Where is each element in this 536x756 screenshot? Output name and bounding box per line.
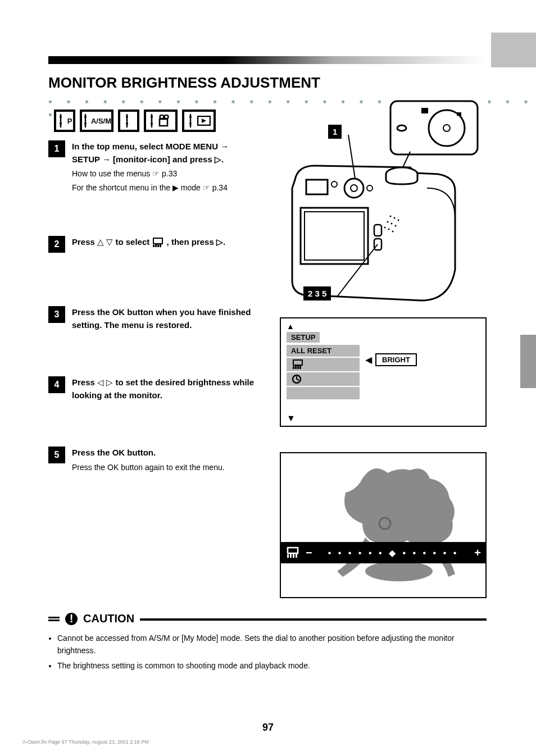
svg-point-14 xyxy=(165,115,169,119)
svg-point-61 xyxy=(365,561,433,581)
menu-item-monitor xyxy=(287,358,360,371)
step-number: 2 xyxy=(48,236,65,253)
svg-point-40 xyxy=(390,216,392,217)
svg-point-45 xyxy=(395,225,397,227)
footer-metadata: A-Open.fm Page 97 Thursday, August 23, 2… xyxy=(22,739,149,745)
svg-rect-67 xyxy=(296,553,297,558)
svg-rect-34 xyxy=(305,212,364,260)
menu-item-empty xyxy=(287,387,360,399)
camera-illustration: 1 2 3 5 xyxy=(281,95,486,303)
svg-point-41 xyxy=(394,217,396,219)
caution-rule xyxy=(140,618,487,621)
svg-rect-55 xyxy=(295,366,297,369)
setup-menu-figure: ▲ SETUP ALL RESET ◀ BRIGHT ▼ xyxy=(280,317,487,427)
svg-point-49 xyxy=(331,181,337,187)
monitor-brightness-icon xyxy=(152,238,164,248)
svg-point-4 xyxy=(84,116,87,118)
svg-point-37 xyxy=(351,185,357,192)
step-3: 3 Press the OK button when you have fini… xyxy=(48,306,256,331)
step-text: Press ◁ ▷ to set the desired brightness … xyxy=(72,377,254,400)
left-arrow-icon: ◀ xyxy=(365,354,372,365)
menu-item-datetime xyxy=(287,372,360,386)
svg-point-7 xyxy=(126,116,128,118)
svg-rect-39 xyxy=(374,239,381,250)
mode-play-icon xyxy=(182,110,216,132)
svg-point-42 xyxy=(398,220,399,221)
step-sub: How to use the menus ☞ p.33 xyxy=(72,168,256,180)
step-5: 5 Press the OK button. Press the OK butt… xyxy=(48,447,256,473)
step-text: In the top menu, select MODE MENU → SETU… xyxy=(72,142,229,164)
minus-icon: − xyxy=(306,546,312,559)
callout-top: 1 xyxy=(328,125,342,139)
svg-rect-65 xyxy=(290,554,292,558)
svg-point-10 xyxy=(151,116,153,118)
svg-point-47 xyxy=(388,229,390,230)
step-4: 4 Press ◁ ▷ to set the desired brightnes… xyxy=(48,376,256,402)
brightness-preview-figure: − • • • • • • ◆ • • • • • • + xyxy=(280,452,487,598)
plus-icon: + xyxy=(474,546,481,559)
svg-point-17 xyxy=(189,122,192,125)
callout-bottom: 2 3 5 xyxy=(303,286,331,300)
movie-icon xyxy=(158,115,173,127)
monitor-brightness-icon xyxy=(291,359,305,370)
svg-point-44 xyxy=(391,223,393,225)
svg-point-50 xyxy=(367,185,373,191)
svg-point-8 xyxy=(126,122,128,125)
caution-exclamation-icon: ! xyxy=(65,613,78,625)
step-text: Press the OK button when you have finish… xyxy=(72,306,256,331)
svg-rect-53 xyxy=(293,360,302,365)
step-1: 1 In the top menu, select MODE MENU → SE… xyxy=(48,140,256,194)
svg-point-1 xyxy=(60,116,62,118)
svg-point-48 xyxy=(392,231,394,233)
mode-p-icon: P xyxy=(54,110,75,132)
menu-value: BRIGHT xyxy=(375,353,417,366)
svg-point-2 xyxy=(60,122,62,125)
monitor-brightness-icon xyxy=(285,546,300,559)
chapter-side-tab xyxy=(520,335,536,388)
svg-marker-19 xyxy=(202,119,206,123)
brightness-bar: − • • • • • • ◆ • • • • • • + xyxy=(281,542,485,563)
svg-rect-20 xyxy=(153,238,162,244)
page-number: 97 xyxy=(0,722,536,734)
caution-item-1: Cannot be accessed from A/S/M or [My Mod… xyxy=(57,632,487,657)
menu-value-selector: ◀ BRIGHT xyxy=(365,353,417,366)
step-number: 4 xyxy=(48,376,65,393)
svg-rect-28 xyxy=(421,108,428,113)
svg-rect-22 xyxy=(155,244,157,247)
svg-point-43 xyxy=(387,221,389,223)
step-text: Press the OK button. xyxy=(72,448,156,457)
caution-heading: CAUTION xyxy=(83,612,134,625)
caution-bars-icon xyxy=(48,616,60,622)
svg-rect-12 xyxy=(160,119,167,126)
mode-asm-icon: A/S/M xyxy=(80,110,113,132)
menu-item-allreset: ALL RESET xyxy=(287,345,360,357)
step-number: 3 xyxy=(48,306,65,323)
svg-rect-57 xyxy=(299,365,301,369)
svg-rect-38 xyxy=(374,225,381,236)
caution-item-2: The brightness setting is common to shoo… xyxy=(57,659,487,672)
step-2: 2 Press △ ▽ to select , then press ▷. xyxy=(48,236,256,253)
svg-rect-56 xyxy=(297,365,299,369)
svg-rect-54 xyxy=(293,366,294,369)
mode-icon-row: P A/S/M xyxy=(54,110,216,132)
brightness-slider: • • • • • • ◆ • • • • • • xyxy=(318,548,469,558)
svg-rect-23 xyxy=(157,244,159,247)
svg-point-5 xyxy=(84,122,87,125)
svg-point-46 xyxy=(384,227,386,229)
svg-rect-32 xyxy=(306,180,328,194)
mode-movie-icon xyxy=(144,110,178,132)
menu-arrow-up: ▲ xyxy=(287,322,480,331)
step-number: 5 xyxy=(48,447,65,463)
svg-rect-29 xyxy=(457,112,461,116)
svg-rect-24 xyxy=(160,243,161,247)
svg-point-11 xyxy=(151,122,153,125)
step-sub: Press the OK button again to exit the me… xyxy=(72,462,256,473)
gradient-divider xyxy=(48,56,485,64)
svg-line-60 xyxy=(297,379,299,380)
svg-rect-66 xyxy=(293,553,294,558)
clock-icon xyxy=(291,374,302,384)
caution-block: ! CAUTION Cannot be accessed from A/S/M … xyxy=(48,612,487,680)
svg-rect-64 xyxy=(287,554,289,558)
step-number: 1 xyxy=(48,140,65,157)
page-side-tab xyxy=(491,33,536,67)
